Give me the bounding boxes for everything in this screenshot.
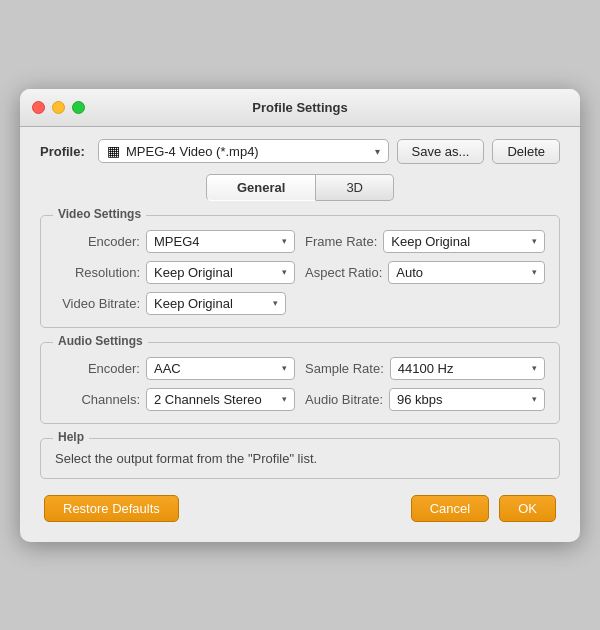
help-section-title: Help <box>53 430 89 444</box>
aspect-ratio-dropdown[interactable]: Auto ▾ <box>388 261 545 284</box>
window-title: Profile Settings <box>252 100 347 115</box>
profile-dropdown[interactable]: ▦ MPEG-4 Video (*.mp4) ▾ <box>98 139 389 163</box>
chevron-down-icon: ▾ <box>532 363 537 373</box>
audio-settings-title: Audio Settings <box>53 334 148 348</box>
tabs-row: General 3D <box>40 174 560 201</box>
frame-rate-row: Frame Rate: Keep Original ▾ <box>305 230 545 253</box>
tab-3d[interactable]: 3D <box>316 174 394 201</box>
profile-row: Profile: ▦ MPEG-4 Video (*.mp4) ▾ Save a… <box>40 139 560 164</box>
audio-encoder-row: Encoder: AAC ▾ <box>55 357 295 380</box>
sample-rate-dropdown[interactable]: 44100 Hz ▾ <box>390 357 545 380</box>
aspect-ratio-row: Aspect Ratio: Auto ▾ <box>305 261 545 284</box>
profile-icon: ▦ <box>107 143 120 159</box>
chevron-down-icon: ▾ <box>375 146 380 157</box>
resolution-row: Resolution: Keep Original ▾ <box>55 261 295 284</box>
sample-rate-value: 44100 Hz <box>398 361 528 376</box>
video-bitrate-value: Keep Original <box>154 296 269 311</box>
audio-bitrate-dropdown[interactable]: 96 kbps ▾ <box>389 388 545 411</box>
video-bitrate-label: Video Bitrate: <box>55 296 140 311</box>
chevron-down-icon: ▾ <box>282 394 287 404</box>
aspect-ratio-label: Aspect Ratio: <box>305 265 382 280</box>
restore-defaults-button[interactable]: Restore Defaults <box>44 495 179 522</box>
profile-value: MPEG-4 Video (*.mp4) <box>126 144 369 159</box>
traffic-lights <box>32 101 85 114</box>
tab-general[interactable]: General <box>206 174 316 201</box>
chevron-down-icon: ▾ <box>532 394 537 404</box>
chevron-down-icon: ▾ <box>273 298 278 308</box>
cancel-button[interactable]: Cancel <box>411 495 489 522</box>
footer-right-buttons: Cancel OK <box>411 495 556 522</box>
audio-settings-section: Audio Settings Encoder: AAC ▾ Sample Rat… <box>40 342 560 424</box>
audio-encoder-label: Encoder: <box>55 361 140 376</box>
sample-rate-row: Sample Rate: 44100 Hz ▾ <box>305 357 545 380</box>
video-bitrate-row: Video Bitrate: Keep Original ▾ <box>55 292 545 315</box>
audio-bitrate-value: 96 kbps <box>397 392 528 407</box>
footer: Restore Defaults Cancel OK <box>40 495 560 526</box>
encoder-label: Encoder: <box>55 234 140 249</box>
help-section: Help Select the output format from the "… <box>40 438 560 479</box>
delete-button[interactable]: Delete <box>492 139 560 164</box>
profile-label: Profile: <box>40 144 90 159</box>
audio-fields-grid: Encoder: AAC ▾ Sample Rate: 44100 Hz ▾ <box>55 357 545 411</box>
minimize-button[interactable] <box>52 101 65 114</box>
channels-row: Channels: 2 Channels Stereo ▾ <box>55 388 295 411</box>
sample-rate-label: Sample Rate: <box>305 361 384 376</box>
chevron-down-icon: ▾ <box>532 267 537 277</box>
video-settings-section: Video Settings Encoder: MPEG4 ▾ Frame Ra… <box>40 215 560 328</box>
resolution-label: Resolution: <box>55 265 140 280</box>
video-settings-title: Video Settings <box>53 207 146 221</box>
title-bar: Profile Settings <box>20 89 580 127</box>
resolution-value: Keep Original <box>154 265 278 280</box>
close-button[interactable] <box>32 101 45 114</box>
help-text: Select the output format from the "Profi… <box>55 451 545 466</box>
maximize-button[interactable] <box>72 101 85 114</box>
frame-rate-value: Keep Original <box>391 234 528 249</box>
encoder-value: MPEG4 <box>154 234 278 249</box>
chevron-down-icon: ▾ <box>282 267 287 277</box>
channels-label: Channels: <box>55 392 140 407</box>
audio-encoder-value: AAC <box>154 361 278 376</box>
audio-bitrate-label: Audio Bitrate: <box>305 392 383 407</box>
content-area: Profile: ▦ MPEG-4 Video (*.mp4) ▾ Save a… <box>20 127 580 542</box>
video-bitrate-dropdown[interactable]: Keep Original ▾ <box>146 292 286 315</box>
channels-dropdown[interactable]: 2 Channels Stereo ▾ <box>146 388 295 411</box>
ok-button[interactable]: OK <box>499 495 556 522</box>
audio-bitrate-row: Audio Bitrate: 96 kbps ▾ <box>305 388 545 411</box>
video-fields-grid: Encoder: MPEG4 ▾ Frame Rate: Keep Origin… <box>55 230 545 315</box>
chevron-down-icon: ▾ <box>532 236 537 246</box>
resolution-dropdown[interactable]: Keep Original ▾ <box>146 261 295 284</box>
profile-settings-window: Profile Settings Profile: ▦ MPEG-4 Video… <box>20 89 580 542</box>
frame-rate-dropdown[interactable]: Keep Original ▾ <box>383 230 545 253</box>
chevron-down-icon: ▾ <box>282 236 287 246</box>
encoder-dropdown[interactable]: MPEG4 ▾ <box>146 230 295 253</box>
aspect-ratio-value: Auto <box>396 265 528 280</box>
chevron-down-icon: ▾ <box>282 363 287 373</box>
save-as-button[interactable]: Save as... <box>397 139 485 164</box>
channels-value: 2 Channels Stereo <box>154 392 278 407</box>
encoder-row: Encoder: MPEG4 ▾ <box>55 230 295 253</box>
frame-rate-label: Frame Rate: <box>305 234 377 249</box>
audio-encoder-dropdown[interactable]: AAC ▾ <box>146 357 295 380</box>
